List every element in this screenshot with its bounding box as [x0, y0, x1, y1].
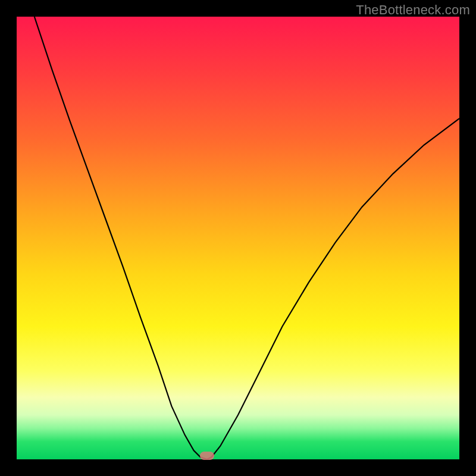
chart-frame: TheBottleneck.com — [0, 0, 476, 476]
bottleneck-curve — [17, 17, 459, 459]
plot-area — [17, 17, 459, 459]
watermark-text: TheBottleneck.com — [356, 2, 470, 18]
optimal-marker — [200, 452, 214, 460]
